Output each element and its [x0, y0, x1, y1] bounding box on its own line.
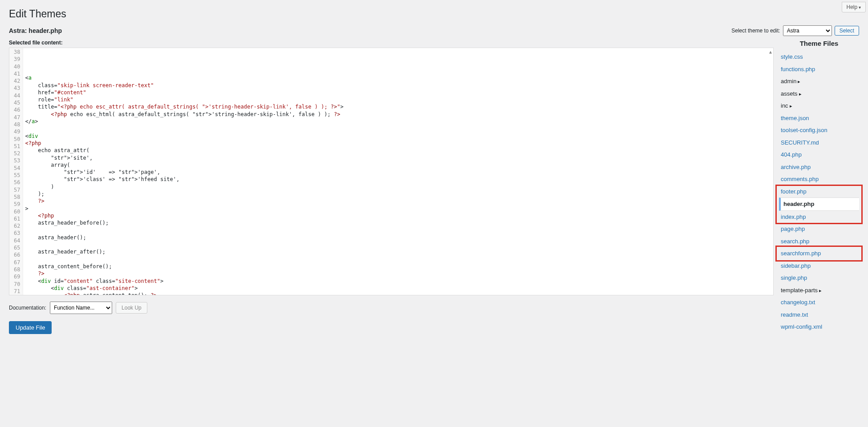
scroll-up-icon[interactable]: ▲ [769, 49, 772, 54]
file-item[interactable]: index.php [779, 211, 859, 223]
code-line[interactable]: title="<?php echo esc_attr( astra_defaul… [25, 103, 773, 110]
code-line[interactable]: href="#content" [25, 89, 773, 96]
file-item[interactable]: toolset-config.json [779, 124, 859, 137]
file-item[interactable]: comments.php [779, 173, 859, 185]
file-item[interactable]: readme.txt [779, 309, 859, 321]
folder-item[interactable]: template-parts [779, 284, 859, 297]
selected-file-label: Selected file content: [9, 40, 774, 46]
code-line[interactable] [25, 241, 773, 248]
code-line[interactable]: <?php astra_content_top(); ?> [25, 292, 773, 295]
current-file-heading: Astra: header.php [9, 27, 62, 34]
code-line[interactable]: ?> [25, 270, 773, 277]
file-item[interactable]: 404.php [779, 149, 859, 161]
theme-select[interactable]: Astra [783, 25, 832, 36]
code-line[interactable] [25, 67, 773, 74]
select-theme-label: Select theme to edit: [731, 28, 780, 34]
code-line[interactable]: <?php echo esc_html( astra_default_strin… [25, 111, 773, 118]
code-line[interactable]: "str">'site', [25, 154, 773, 161]
code-line[interactable]: "str">'id' => "str">'page', [25, 169, 773, 176]
code-line[interactable]: astra_content_before(); [25, 263, 773, 270]
code-line[interactable]: ); [25, 190, 773, 197]
theme-files-heading: Theme Files [779, 40, 859, 47]
file-item[interactable]: search.php [779, 235, 859, 248]
file-item[interactable]: changelog.txt [779, 296, 859, 309]
file-item[interactable]: header.php [779, 197, 859, 211]
file-item[interactable]: sidebar.php [779, 260, 859, 272]
file-item[interactable]: archive.php [779, 161, 859, 173]
file-item[interactable]: page.php [779, 223, 859, 235]
code-line[interactable]: echo astra_attr( [25, 147, 773, 154]
code-line[interactable]: astra_header_before(); [25, 219, 773, 226]
file-item[interactable]: style.css [779, 51, 859, 63]
code-line[interactable]: <?php [25, 140, 773, 147]
help-button[interactable]: Help [842, 2, 866, 12]
code-line[interactable] [25, 125, 773, 132]
code-line[interactable]: </a> [25, 118, 773, 125]
code-line[interactable]: > [25, 205, 773, 212]
documentation-label: Documentation: [9, 305, 46, 311]
code-line[interactable]: astra_header_after(); [25, 248, 773, 255]
code-line[interactable]: <div [25, 133, 773, 140]
function-name-select[interactable]: Function Name... [50, 302, 112, 314]
file-item[interactable]: functions.php [779, 63, 859, 76]
code-line[interactable]: astra_header(); [25, 234, 773, 241]
folder-item[interactable]: assets [779, 88, 859, 100]
code-line[interactable]: class="skip-link screen-reader-text" [25, 82, 773, 89]
lookup-button[interactable]: Look Up [116, 302, 147, 314]
folder-item[interactable]: admin [779, 75, 859, 88]
code-editor[interactable]: 3839404142434445464748495051525354555657… [9, 48, 774, 295]
file-item[interactable]: SECURITY.md [779, 137, 859, 149]
file-item[interactable]: footer.php [779, 185, 859, 198]
code-line[interactable]: <div id="content" class="site-content"> [25, 278, 773, 285]
select-button[interactable]: Select [835, 26, 859, 36]
code-line[interactable]: array( [25, 161, 773, 169]
code-content[interactable]: ▲ <a class="skip-link screen-reader-text… [23, 48, 773, 295]
file-item[interactable]: searchform.php [779, 247, 859, 260]
file-item[interactable]: wpml-config.xml [779, 321, 859, 333]
code-line[interactable]: role="link" [25, 96, 773, 103]
file-list: style.cssfunctions.phpadminassetsincthem… [779, 51, 859, 333]
code-line[interactable]: ?> [25, 197, 773, 205]
code-line[interactable]: ) [25, 183, 773, 190]
file-item[interactable]: single.php [779, 272, 859, 284]
code-line[interactable] [25, 256, 773, 263]
folder-item[interactable]: inc [779, 100, 859, 112]
page-title: Edit Themes [9, 8, 859, 20]
code-line[interactable]: <div class="ast-container"> [25, 285, 773, 292]
code-line[interactable]: <?php [25, 212, 773, 219]
line-gutter: 3839404142434445464748495051525354555657… [9, 48, 23, 295]
code-line[interactable]: "str">'class' => "str">'hfeed site', [25, 176, 773, 183]
code-line[interactable] [25, 227, 773, 234]
code-line[interactable]: <a [25, 74, 773, 81]
update-file-button[interactable]: Update File [9, 321, 52, 334]
file-item[interactable]: theme.json [779, 112, 859, 125]
